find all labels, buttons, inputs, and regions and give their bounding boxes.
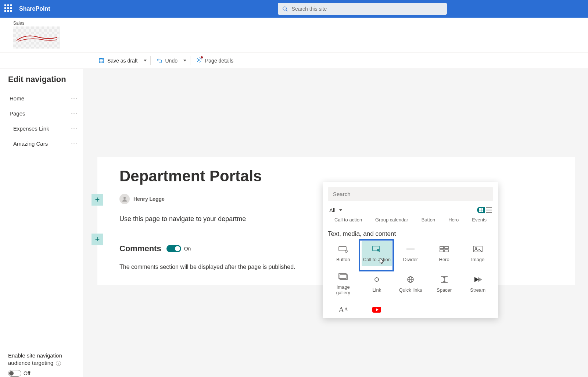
picker-search-input[interactable] [333, 191, 488, 197]
button-icon [338, 245, 349, 253]
view-toggle[interactable] [477, 207, 492, 213]
webpart-spacer[interactable]: Spacer [429, 269, 460, 299]
more-icon[interactable]: ··· [71, 125, 78, 132]
search-icon [282, 6, 288, 12]
more-icon[interactable]: ··· [71, 110, 78, 117]
undo-button[interactable]: Undo [153, 56, 181, 66]
save-icon [98, 58, 104, 64]
webpart-youtube[interactable] [362, 302, 392, 318]
webpart-button[interactable]: Button [328, 241, 359, 266]
svg-point-0 [283, 7, 286, 10]
grid-view-icon[interactable] [477, 207, 485, 213]
nav-item-amazing-cars[interactable]: Amazing Cars ··· [8, 136, 79, 151]
webpart-picker: All Call to action Group calendar Button… [323, 182, 498, 318]
list-view-icon[interactable] [486, 207, 492, 213]
divider-icon [405, 245, 416, 253]
svg-rect-14 [445, 250, 448, 252]
webpart-quick-links[interactable]: Quick links [395, 269, 426, 299]
webpart-divider[interactable]: Divider [395, 241, 426, 266]
peek-row: Call to action Group calendar Button Her… [328, 217, 493, 225]
svg-rect-4 [100, 61, 103, 63]
svg-point-5 [198, 59, 200, 61]
webpart-call-to-action[interactable]: Call to action [362, 241, 392, 266]
webpart-image-gallery[interactable]: Image gallery [328, 269, 359, 299]
gallery-icon [338, 273, 349, 281]
webpart-hero[interactable]: Hero [429, 241, 460, 266]
nav-item-pages[interactable]: Pages ··· [8, 106, 79, 121]
stream-icon [472, 275, 483, 284]
save-as-draft-button[interactable]: Save as draft [95, 56, 141, 66]
site-logo[interactable] [13, 26, 60, 49]
webpart-stream[interactable]: Stream [462, 269, 493, 299]
undo-split-chevron[interactable] [183, 60, 186, 61]
spacer-icon [439, 275, 450, 284]
nav-title: Edit navigation [8, 75, 79, 84]
webpart-link[interactable]: Link [362, 269, 392, 299]
search-input[interactable] [292, 6, 443, 12]
cta-icon [371, 245, 382, 253]
quicklinks-icon [405, 275, 416, 284]
divider [190, 56, 190, 65]
add-section-button[interactable]: + [92, 234, 103, 245]
info-icon[interactable]: i [56, 361, 61, 366]
svg-line-1 [286, 10, 288, 11]
undo-icon [157, 58, 162, 64]
svg-rect-12 [445, 246, 448, 249]
link-icon [371, 275, 382, 284]
svg-point-8 [345, 250, 347, 252]
nav-item-expenses-link[interactable]: Expenses Link ··· [8, 121, 79, 136]
page-canvas: + + Department Portals Henry Legge Use t… [83, 69, 588, 377]
comments-header: Comments [119, 244, 161, 253]
svg-rect-3 [100, 58, 102, 60]
divider [150, 56, 151, 65]
author-name[interactable]: Henry Legge [133, 196, 165, 202]
app-name[interactable]: SharePoint [19, 6, 50, 12]
page-details-button[interactable]: Page details [193, 55, 237, 66]
command-bar: Save as draft Undo Page details [0, 53, 588, 69]
search-box[interactable] [278, 3, 447, 15]
svg-point-6 [123, 197, 126, 199]
add-section-button[interactable]: + [92, 194, 103, 206]
more-icon[interactable]: ··· [71, 140, 78, 147]
text-icon: AA [338, 306, 349, 314]
image-icon [472, 245, 483, 253]
svg-rect-13 [440, 250, 444, 252]
save-split-chevron[interactable] [144, 60, 147, 61]
suite-header: SharePoint [0, 0, 588, 18]
cursor-icon [379, 257, 385, 265]
youtube-icon [371, 306, 382, 314]
more-icon[interactable]: ··· [71, 95, 78, 102]
hero-icon [439, 245, 450, 253]
webpart-text[interactable]: AA [328, 302, 359, 318]
webpart-image[interactable]: Image [462, 241, 493, 266]
svg-rect-11 [440, 246, 444, 249]
avatar[interactable] [119, 194, 130, 204]
audience-targeting-toggle[interactable]: Off [8, 370, 79, 377]
site-label: Sales [13, 21, 579, 26]
picker-search-box[interactable] [328, 187, 493, 201]
left-nav: Edit navigation Home ··· Pages ··· Expen… [0, 69, 83, 377]
chevron-down-icon [339, 209, 342, 211]
comments-toggle[interactable]: On [166, 245, 191, 252]
audience-targeting-label: Enable site navigation audience targetin… [8, 352, 79, 366]
nav-item-home[interactable]: Home ··· [8, 91, 79, 106]
site-header: Sales [0, 18, 588, 53]
app-launcher-icon[interactable] [4, 4, 13, 13]
picker-filter-all[interactable]: All [329, 207, 344, 213]
webpart-grid: Button Call to action Divider Hero [328, 241, 493, 318]
category-label: Text, media, and content [328, 230, 493, 238]
notification-dot [201, 56, 203, 58]
